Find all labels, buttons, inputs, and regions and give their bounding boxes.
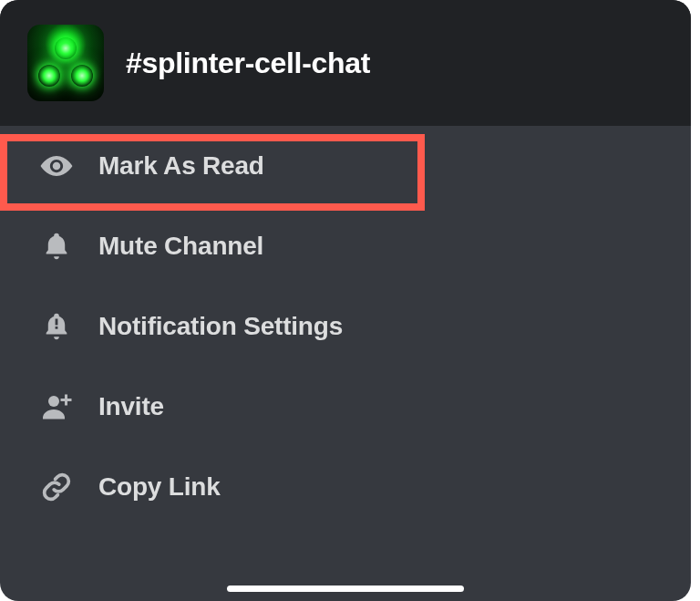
bell-alert-icon <box>38 308 75 345</box>
channel-title: #splinter-cell-chat <box>126 47 370 80</box>
bell-icon <box>38 228 75 264</box>
menu-item-mute-channel[interactable]: Mute Channel <box>0 206 691 286</box>
menu-item-label: Mute Channel <box>98 232 263 261</box>
server-icon <box>27 25 104 101</box>
menu-item-mark-as-read[interactable]: Mark As Read <box>0 126 691 206</box>
menu-item-label: Notification Settings <box>98 312 343 341</box>
menu-item-label: Invite <box>98 392 164 421</box>
eye-icon <box>38 148 75 184</box>
home-indicator <box>227 585 464 592</box>
channel-context-menu: Mark As Read Mute Channel Notification S… <box>0 126 691 527</box>
menu-item-copy-link[interactable]: Copy Link <box>0 447 691 527</box>
link-icon <box>38 469 75 505</box>
channel-header: #splinter-cell-chat <box>0 0 691 126</box>
menu-item-label: Mark As Read <box>98 151 264 181</box>
menu-item-label: Copy Link <box>98 472 221 502</box>
svg-point-0 <box>48 396 59 407</box>
person-add-icon <box>38 389 75 425</box>
app-window: #splinter-cell-chat Mark As Read Mute Ch… <box>0 0 691 601</box>
menu-item-invite[interactable]: Invite <box>0 367 691 447</box>
menu-item-notification-settings[interactable]: Notification Settings <box>0 286 691 367</box>
